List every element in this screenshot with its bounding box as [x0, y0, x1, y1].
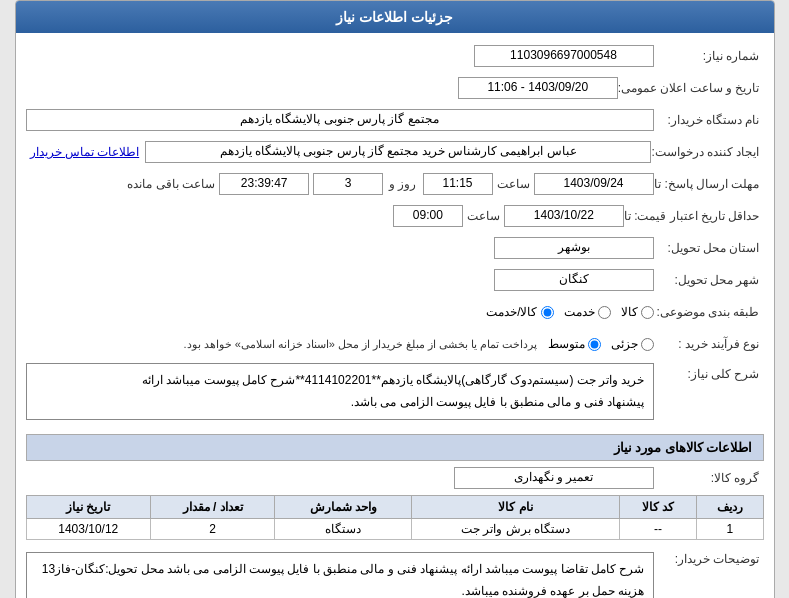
- note-row: توضیحات خریدار: شرح کامل تقاضا پیوست میب…: [26, 548, 764, 598]
- mohlat-saat-field: 11:15: [423, 173, 493, 195]
- table-row: 1--دستگاه برش واتر جتدستگاه21403/10/12: [26, 519, 763, 540]
- sharh-niaz-line1: خرید واتر جت (سیستم‌دوک گارگاهی)پالایشگا…: [35, 370, 645, 392]
- sharh-niaz-row: شرح کلی نیاز: خرید واتر جت (سیستم‌دوک گا…: [26, 363, 764, 428]
- mohlat-label: مهلت ارسال پاسخ: تا: [654, 177, 764, 191]
- main-container: جزئیات اطلاعات نیاز شماره نیاز: 11030966…: [15, 0, 775, 598]
- sharh-niaz-box: خرید واتر جت (سیستم‌دوک گارگاهی)پالایشگا…: [26, 363, 654, 420]
- radio-khadamat-label: خدمت: [564, 305, 595, 319]
- radio-kala-khadamat-label: کالا/خدمت: [486, 305, 537, 319]
- shomare-niaz-row: شماره نیاز: 1103096697000548: [26, 43, 764, 69]
- group-field: تعمیر و نگهداری: [454, 467, 654, 489]
- nam-dastgah-label: نام دستگاه خریدار:: [654, 113, 764, 127]
- cell-kod: --: [619, 519, 696, 540]
- shomare-niaz-field: 1103096697000548: [474, 45, 654, 67]
- cell-tarikh: 1403/10/12: [26, 519, 150, 540]
- mohlat-roz-field: 3: [313, 173, 383, 195]
- sharh-niaz-label: شرح کلی نیاز:: [654, 363, 764, 381]
- radio-khadamat-item[interactable]: خدمت: [564, 305, 611, 319]
- shahr-field: کنگان: [494, 269, 654, 291]
- mohlat-date-field: 1403/09/24: [534, 173, 654, 195]
- mohlat-roz-label: روز و: [389, 177, 416, 191]
- mohlat-saat-label: ساعت: [497, 177, 530, 191]
- ijad-label: ایجاد کننده درخواست:: [651, 145, 763, 159]
- header-title: جزئیات اطلاعات نیاز: [336, 9, 453, 25]
- pardakht-note: پرداخت تمام یا بخشی از مبلغ خریدار از مح…: [26, 338, 538, 351]
- tarikh-saat-row: تاریخ و ساعت اعلان عمومی: 1403/09/20 - 1…: [26, 75, 764, 101]
- note-label: توضیحات خریدار:: [654, 548, 764, 566]
- ostan-row: استان محل تحویل: بوشهر: [26, 235, 764, 261]
- tabaqe-radio-group: کالا خدمت کالا/خدمت: [486, 305, 653, 319]
- sharh-niaz-line2: پیشنهاد فنی و مالی منطبق با فایل پیوست ا…: [35, 392, 645, 414]
- ijad-row: ایجاد کننده درخواست: عباس ابراهیمی کارشن…: [26, 139, 764, 165]
- cell-radif: 1: [697, 519, 763, 540]
- hadaqal-date-field: 1403/10/22: [504, 205, 624, 227]
- ostan-label: استان محل تحویل:: [654, 241, 764, 255]
- col-vahed: واحد شمارش: [275, 496, 412, 519]
- group-row: گروه کالا: تعمیر و نگهداری: [26, 467, 764, 489]
- radio-jozei-item[interactable]: جزئی: [611, 337, 654, 351]
- radio-motovaset[interactable]: [588, 338, 601, 351]
- hadaqal-saat-label: ساعت: [467, 209, 500, 223]
- nam-dastgah-row: نام دستگاه خریدار: مجتمع گاز پارس جنوبی …: [26, 107, 764, 133]
- col-radif: ردیف: [697, 496, 763, 519]
- col-tedad: تعداد / مقدار: [150, 496, 274, 519]
- nooe-farayand-row: نوع فرآیند خرید : جزئی متوسط پرداخت تمام…: [26, 331, 764, 357]
- hadaqal-row: حداقل تاریخ اعتبار قیمت: تا 1403/10/22 س…: [26, 203, 764, 229]
- nooe-radio-group: جزئی متوسط: [548, 337, 654, 351]
- note-line2: هزینه حمل بر عهده فروشنده میباشد.: [35, 581, 645, 598]
- mohlat-mande-field: 23:39:47: [219, 173, 309, 195]
- shahr-row: شهر محل تحویل: کنگان: [26, 267, 764, 293]
- tabaqe-label: طبقه بندی موضوعی:: [654, 305, 764, 319]
- col-kod: کد کالا: [619, 496, 696, 519]
- kala-table: ردیف کد کالا نام کالا واحد شمارش تعداد /…: [26, 495, 764, 540]
- ijad-field: عباس ابراهیمی کارشناس خرید مجتمع گاز پار…: [145, 141, 651, 163]
- content-area: شماره نیاز: 1103096697000548 تاریخ و ساع…: [16, 33, 774, 598]
- shomare-niaz-label: شماره نیاز:: [654, 49, 764, 63]
- tarikh-saat-field: 1403/09/20 - 11:06: [458, 77, 618, 99]
- mohlat-mande-label: ساعت باقی مانده: [127, 177, 215, 191]
- hadaqal-saat-field: 09:00: [393, 205, 463, 227]
- radio-motovaset-item[interactable]: متوسط: [548, 337, 601, 351]
- ostan-field: بوشهر: [494, 237, 654, 259]
- mohlat-row: مهلت ارسال پاسخ: تا 1403/09/24 ساعت 11:1…: [26, 171, 764, 197]
- ettelaat-tamas-link[interactable]: اطلاعات تماس خریدار: [30, 145, 140, 159]
- note-line1: شرح کامل تقاضا پیوست میباشد ارائه پیشنها…: [35, 559, 645, 581]
- hadaqal-label: حداقل تاریخ اعتبار قیمت: تا: [624, 209, 764, 223]
- radio-khadamat[interactable]: [598, 306, 611, 319]
- info-section-title: اطلاعات کالاهای مورد نیاز: [26, 434, 764, 461]
- cell-tedad: 2: [150, 519, 274, 540]
- radio-jozei-label: جزئی: [611, 337, 638, 351]
- tabaqe-row: طبقه بندی موضوعی: کالا خدمت کالا/خدمت: [26, 299, 764, 325]
- col-tarikh: تاریخ نیاز: [26, 496, 150, 519]
- radio-jozei[interactable]: [641, 338, 654, 351]
- cell-vahed: دستگاه: [275, 519, 412, 540]
- group-label: گروه کالا:: [654, 471, 764, 485]
- radio-kala-label: کالا: [621, 305, 638, 319]
- cell-nam: دستگاه برش واتر جت: [412, 519, 620, 540]
- radio-kala-khadamat-item[interactable]: کالا/خدمت: [486, 305, 553, 319]
- col-nam: نام کالا: [412, 496, 620, 519]
- radio-kala[interactable]: [641, 306, 654, 319]
- shahr-label: شهر محل تحویل:: [654, 273, 764, 287]
- radio-kala-khadamat[interactable]: [541, 306, 554, 319]
- page-header: جزئیات اطلاعات نیاز: [16, 1, 774, 33]
- tarikh-saat-label: تاریخ و ساعت اعلان عمومی:: [618, 81, 764, 95]
- radio-kala-item[interactable]: کالا: [621, 305, 654, 319]
- nam-dastgah-field: مجتمع گاز پارس جنوبی پالایشگاه یازدهم: [26, 109, 654, 131]
- radio-motovaset-label: متوسط: [548, 337, 585, 351]
- nooe-farayand-label: نوع فرآیند خرید :: [654, 337, 764, 351]
- note-box: شرح کامل تقاضا پیوست میباشد ارائه پیشنها…: [26, 552, 654, 598]
- kala-table-container: ردیف کد کالا نام کالا واحد شمارش تعداد /…: [26, 495, 764, 540]
